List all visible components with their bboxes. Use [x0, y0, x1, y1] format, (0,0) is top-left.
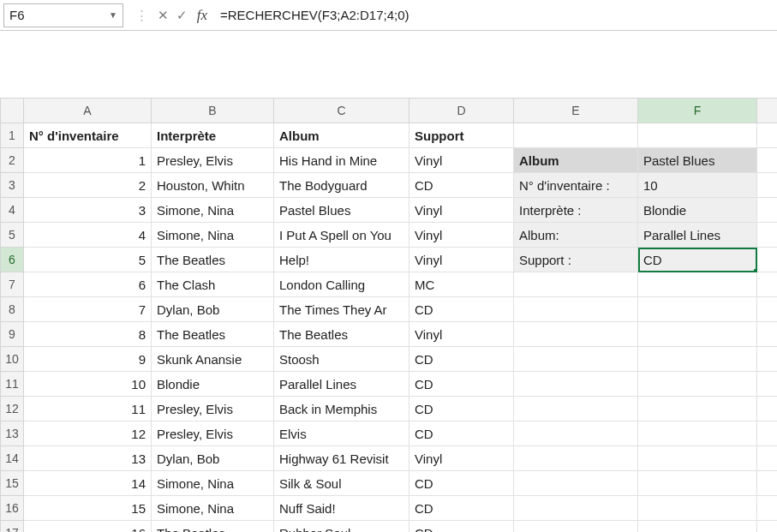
cell-C17[interactable]: Rubber Soul: [274, 521, 409, 532]
row-head-2[interactable]: 2: [1, 148, 24, 173]
cell-A14[interactable]: 13: [24, 446, 152, 471]
cell-C7[interactable]: London Calling: [274, 272, 409, 297]
cell-C15[interactable]: Silk & Soul: [274, 471, 409, 496]
cell-A13[interactable]: 12: [24, 421, 152, 446]
cell-C8[interactable]: The Times They Ar: [274, 297, 409, 322]
name-box[interactable]: F6 ▼: [3, 3, 123, 27]
cell-B3[interactable]: Houston, Whitn: [152, 173, 274, 198]
cell-F1[interactable]: [638, 123, 757, 148]
cell-F12[interactable]: [638, 397, 757, 421]
cell-C12[interactable]: Back in Memphis: [274, 397, 409, 421]
cell-F14[interactable]: [638, 446, 757, 471]
lookup-label-support[interactable]: Support :: [514, 248, 638, 272]
cell-D8[interactable]: CD: [409, 297, 514, 322]
col-head-D[interactable]: D: [409, 99, 514, 123]
cell-A10[interactable]: 9: [24, 347, 152, 372]
cell-D11[interactable]: CD: [409, 372, 514, 397]
fill-handle[interactable]: [754, 269, 757, 272]
cell-B6[interactable]: The Beatles: [152, 248, 274, 272]
cell-A5[interactable]: 4: [24, 223, 152, 248]
cell-E10[interactable]: [514, 347, 638, 372]
lookup-label-interp[interactable]: Interprète :: [514, 198, 638, 223]
lookup-value-album2[interactable]: Parallel Lines: [638, 223, 757, 248]
row-head-10[interactable]: 10: [1, 347, 24, 372]
cell-F13[interactable]: [638, 421, 757, 446]
cell-D16[interactable]: CD: [409, 496, 514, 521]
cell-F11[interactable]: [638, 372, 757, 397]
cell-E13[interactable]: [514, 421, 638, 446]
cell-F9[interactable]: [638, 322, 757, 347]
cell-A9[interactable]: 8: [24, 322, 152, 347]
cell-B10[interactable]: Skunk Anansie: [152, 347, 274, 372]
row-head-3[interactable]: 3: [1, 173, 24, 198]
cell-A4[interactable]: 3: [24, 198, 152, 223]
cell-D17[interactable]: CD: [409, 521, 514, 532]
row-head-14[interactable]: 14: [1, 446, 24, 471]
col-head-B[interactable]: B: [152, 99, 274, 123]
row-head-7[interactable]: 7: [1, 272, 24, 297]
cell-C4[interactable]: Pastel Blues: [274, 198, 409, 223]
cell-D3[interactable]: CD: [409, 173, 514, 198]
cell-C3[interactable]: The Bodyguard: [274, 173, 409, 198]
cell-B7[interactable]: The Clash: [152, 272, 274, 297]
row-head-6[interactable]: 6: [1, 248, 24, 272]
cell-A3[interactable]: 2: [24, 173, 152, 198]
cell-B13[interactable]: Presley, Elvis: [152, 421, 274, 446]
cell-B5[interactable]: Simone, Nina: [152, 223, 274, 248]
row-head-13[interactable]: 13: [1, 421, 24, 446]
row-head-5[interactable]: 5: [1, 223, 24, 248]
cell-A15[interactable]: 14: [24, 471, 152, 496]
cell-D12[interactable]: CD: [409, 397, 514, 421]
cell-D13[interactable]: CD: [409, 421, 514, 446]
cell-B8[interactable]: Dylan, Bob: [152, 297, 274, 322]
row-head-16[interactable]: 16: [1, 496, 24, 521]
cell-A17[interactable]: 16: [24, 521, 152, 532]
row-head-15[interactable]: 15: [1, 471, 24, 496]
row-head-4[interactable]: 4: [1, 198, 24, 223]
fx-icon[interactable]: fx: [191, 7, 213, 24]
row-head-1[interactable]: 1: [1, 123, 24, 148]
cell-B4[interactable]: Simone, Nina: [152, 198, 274, 223]
cell-B17[interactable]: The Beatles: [152, 521, 274, 532]
cell-E9[interactable]: [514, 322, 638, 347]
cell-B9[interactable]: The Beatles: [152, 322, 274, 347]
cell-E12[interactable]: [514, 397, 638, 421]
cell-F15[interactable]: [638, 471, 757, 496]
cell-D6[interactable]: Vinyl: [409, 248, 514, 272]
cell-D4[interactable]: Vinyl: [409, 198, 514, 223]
cell-B12[interactable]: Presley, Elvis: [152, 397, 274, 421]
cell-E15[interactable]: [514, 471, 638, 496]
cell-F17[interactable]: [638, 521, 757, 532]
col-head-F[interactable]: F: [638, 99, 757, 123]
row-head-9[interactable]: 9: [1, 322, 24, 347]
cell-D7[interactable]: MC: [409, 272, 514, 297]
col-head-A[interactable]: A: [24, 99, 152, 123]
cell-B15[interactable]: Simone, Nina: [152, 471, 274, 496]
cancel-icon[interactable]: ✕: [153, 8, 172, 23]
cell-C5[interactable]: I Put A Spell on You: [274, 223, 409, 248]
row-head-11[interactable]: 11: [1, 372, 24, 397]
cell-F7[interactable]: [638, 272, 757, 297]
lookup-value-interp[interactable]: Blondie: [638, 198, 757, 223]
lookup-label-album[interactable]: Album: [514, 148, 638, 173]
formula-input[interactable]: [213, 3, 777, 27]
cell-C14[interactable]: Highway 61 Revisit: [274, 446, 409, 471]
confirm-icon[interactable]: ✓: [172, 8, 191, 23]
cell-C11[interactable]: Parallel Lines: [274, 372, 409, 397]
col-head-C[interactable]: C: [274, 99, 409, 123]
chevron-down-icon[interactable]: ▼: [109, 10, 117, 20]
lookup-label-album2[interactable]: Album:: [514, 223, 638, 248]
col-head-E[interactable]: E: [514, 99, 638, 123]
cell-A7[interactable]: 6: [24, 272, 152, 297]
cell-A6[interactable]: 5: [24, 248, 152, 272]
cell-F8[interactable]: [638, 297, 757, 322]
cell-D15[interactable]: CD: [409, 471, 514, 496]
cell-C16[interactable]: Nuff Said!: [274, 496, 409, 521]
cell-F10[interactable]: [638, 347, 757, 372]
cell-A12[interactable]: 11: [24, 397, 152, 421]
cell-E8[interactable]: [514, 297, 638, 322]
cell-A8[interactable]: 7: [24, 297, 152, 322]
cell-D9[interactable]: Vinyl: [409, 322, 514, 347]
lookup-value-inv[interactable]: 10: [638, 173, 757, 198]
cell-B16[interactable]: Simone, Nina: [152, 496, 274, 521]
